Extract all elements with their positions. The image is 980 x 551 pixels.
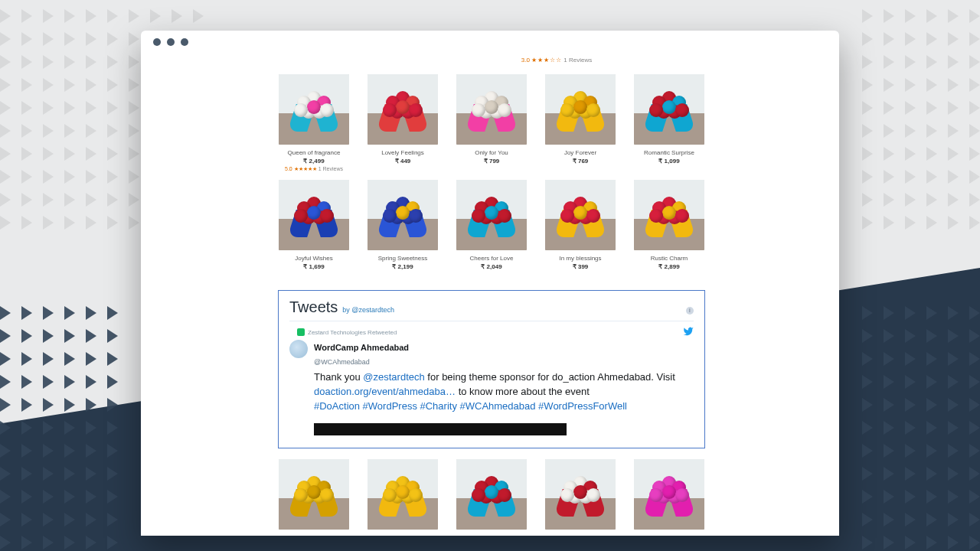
product-price: ₹ 2,899 bbox=[634, 263, 704, 270]
rating-count: 1 Reviews bbox=[318, 166, 343, 171]
product-row-1: Queen of fragrance₹ 2,4995.0 ★★★★★ 1 Rev… bbox=[277, 74, 706, 172]
product-name: Glowing Beauty bbox=[456, 534, 527, 536]
tweets-header: Tweets by @zestardtech i bbox=[289, 298, 694, 321]
product-image[interactable] bbox=[279, 180, 349, 250]
product-image[interactable] bbox=[456, 74, 527, 145]
product-name: Pretty blessings bbox=[368, 534, 438, 536]
product-card[interactable]: Pretty blessings bbox=[368, 459, 438, 536]
retweet-label: Zestard Technologies Retweeted bbox=[308, 329, 397, 336]
tweets-byline[interactable]: by @zestardtech bbox=[342, 306, 394, 314]
tweet-text-part: Thank you bbox=[314, 371, 363, 383]
product-card[interactable]: Only for You₹ 799 bbox=[456, 74, 527, 172]
product-name: Infinite Love bbox=[634, 534, 704, 536]
product-image[interactable] bbox=[368, 180, 438, 250]
product-image[interactable] bbox=[279, 459, 349, 530]
window-control-close[interactable] bbox=[153, 38, 161, 46]
tweets-widget: Tweets by @zestardtech i Zestard Technol… bbox=[278, 290, 705, 448]
browser-viewport: 3.0 ★★★☆☆ 1 Reviews Queen of fragrance₹ … bbox=[141, 54, 839, 536]
product-name: Spring Sweetness bbox=[368, 255, 438, 262]
product-price: ₹ 1,699 bbox=[279, 263, 349, 270]
product-price: ₹ 2,199 bbox=[368, 263, 438, 270]
product-card[interactable]: Romantic Surprise₹ 1,099 bbox=[634, 74, 704, 172]
browser-titlebar bbox=[141, 31, 839, 54]
product-name: Romantic Surprise bbox=[634, 149, 704, 156]
product-card[interactable]: In my blessings₹ 399 bbox=[545, 180, 616, 270]
product-image[interactable] bbox=[634, 74, 704, 145]
product-rating: 5.0 ★★★★★ 1 Reviews bbox=[279, 166, 349, 172]
product-price: ₹ 1,099 bbox=[634, 158, 704, 165]
product-price: ₹ 449 bbox=[368, 158, 438, 165]
rating-stars: ★★★☆☆ bbox=[531, 57, 562, 64]
tweet-text: Thank you @zestardtech for being theme s… bbox=[314, 370, 694, 414]
product-card[interactable]: Rustic Charm₹ 2,899 bbox=[634, 180, 704, 270]
product-card[interactable]: Spring Sweetness₹ 2,199 bbox=[368, 180, 438, 270]
product-card[interactable]: Lovely Feelings₹ 449 bbox=[368, 74, 438, 172]
product-card[interactable]: Infinite Love bbox=[634, 459, 704, 536]
product-name: Joyful Wishes bbox=[279, 255, 349, 262]
rating-score: 3.0 bbox=[521, 57, 530, 64]
product-price: ₹ 799 bbox=[456, 158, 527, 165]
rating-count: 1 Reviews bbox=[564, 57, 592, 64]
product-image[interactable] bbox=[634, 459, 704, 530]
product-image[interactable] bbox=[545, 74, 616, 145]
info-icon[interactable]: i bbox=[686, 307, 694, 315]
tweet-media-preview[interactable] bbox=[314, 423, 567, 435]
product-name: Queen of fragrance bbox=[279, 149, 349, 156]
product-price: ₹ 2,049 bbox=[456, 263, 527, 270]
tweet-author-handle[interactable]: @WCAhmedabad bbox=[314, 358, 370, 366]
product-card[interactable]: Sweetly Yours bbox=[279, 459, 349, 536]
avatar[interactable] bbox=[289, 340, 308, 358]
product-image[interactable] bbox=[456, 459, 527, 530]
tweet[interactable]: WordCamp Ahmedabad @WCAhmedabad Thank yo… bbox=[289, 340, 694, 414]
product-image[interactable] bbox=[545, 180, 616, 250]
window-control-minimize[interactable] bbox=[167, 38, 175, 46]
product-card[interactable]: Queen of fragrance₹ 2,4995.0 ★★★★★ 1 Rev… bbox=[279, 74, 349, 172]
rating-stars: ★★★★★ bbox=[294, 166, 317, 171]
product-name: Lovely Feelings bbox=[368, 149, 438, 156]
product-name: Cheers for Love bbox=[456, 255, 527, 262]
tweet-author-name[interactable]: WordCamp Ahmedabad bbox=[314, 343, 409, 352]
window-control-zoom[interactable] bbox=[181, 38, 188, 46]
retweet-icon bbox=[297, 328, 305, 336]
product-price: ₹ 769 bbox=[545, 158, 616, 165]
product-image[interactable] bbox=[456, 180, 527, 250]
product-name: Only for You bbox=[456, 149, 527, 156]
product-name: Special Wishes bbox=[545, 534, 616, 536]
product-name: Rustic Charm bbox=[634, 255, 704, 262]
product-image[interactable] bbox=[368, 459, 438, 530]
tweet-text-part: for being theme sponsor for do_action Ah… bbox=[425, 371, 675, 383]
product-image[interactable] bbox=[634, 180, 704, 250]
product-card[interactable]: Joyful Wishes₹ 1,699 bbox=[279, 180, 349, 270]
product-image[interactable] bbox=[368, 74, 438, 145]
tweet-mention[interactable]: @zestardtech bbox=[363, 371, 424, 383]
section-rating: 3.0 ★★★☆☆ 1 Reviews bbox=[407, 57, 706, 64]
tweet-hashtags[interactable]: #DoAction #WordPress #Charity #WCAhmedab… bbox=[314, 400, 627, 412]
product-name: Joy Forever bbox=[545, 149, 616, 156]
tweets-title: Tweets bbox=[289, 298, 338, 316]
twitter-icon[interactable] bbox=[683, 326, 694, 338]
product-card[interactable]: Cheers for Love₹ 2,049 bbox=[456, 180, 527, 270]
product-row-2: Joyful Wishes₹ 1,699Spring Sweetness₹ 2,… bbox=[277, 180, 706, 270]
product-price: ₹ 2,499 bbox=[279, 158, 349, 165]
rating-score: 5.0 bbox=[285, 166, 292, 171]
product-image[interactable] bbox=[545, 459, 616, 530]
tweet-text-part: to know more about the event bbox=[456, 386, 590, 397]
tweet-body: WordCamp Ahmedabad @WCAhmedabad Thank yo… bbox=[314, 340, 694, 414]
product-card[interactable]: Joy Forever₹ 769 bbox=[545, 74, 616, 172]
storefront-page: 3.0 ★★★☆☆ 1 Reviews Queen of fragrance₹ … bbox=[277, 54, 706, 536]
tweet-link[interactable]: doaction.org/event/ahmedaba… bbox=[314, 386, 456, 397]
product-name: In my blessings bbox=[545, 255, 616, 262]
product-image[interactable] bbox=[279, 74, 349, 145]
product-name: Sweetly Yours bbox=[279, 534, 349, 536]
retweet-indicator: Zestard Technologies Retweeted bbox=[297, 326, 694, 338]
product-price: ₹ 399 bbox=[545, 263, 616, 270]
product-card[interactable]: Special Wishes bbox=[545, 459, 616, 536]
product-row-3: Sweetly YoursPretty blessingsGlowing Bea… bbox=[277, 459, 706, 536]
product-card[interactable]: Glowing Beauty bbox=[456, 459, 527, 536]
browser-window: 3.0 ★★★☆☆ 1 Reviews Queen of fragrance₹ … bbox=[141, 31, 839, 536]
